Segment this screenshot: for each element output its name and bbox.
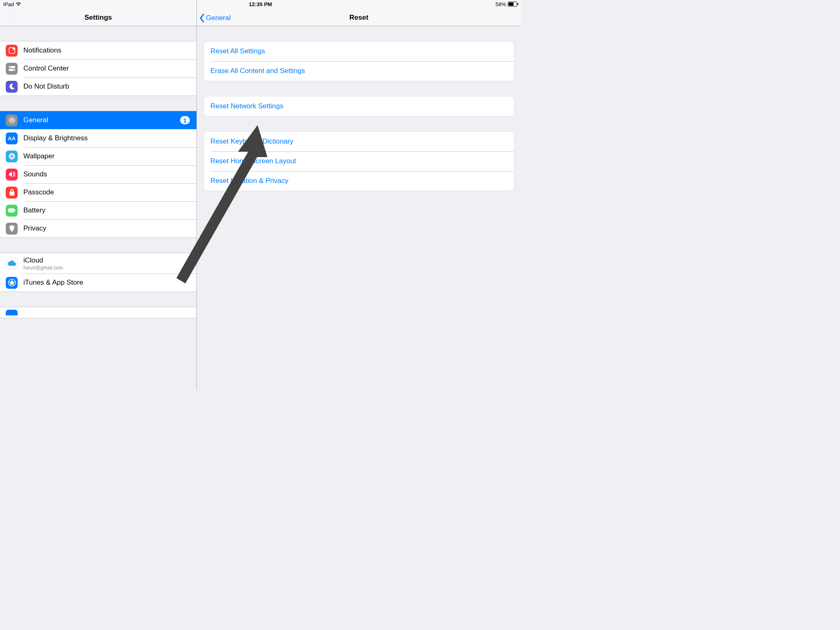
sidebar-item-label: Wallpaper: [23, 152, 55, 160]
sidebar-item-label: Sounds: [23, 170, 47, 178]
sidebar-scroll[interactable]: Notifications Control Center Do Not Dist…: [0, 26, 196, 390]
general-badge: 1: [180, 116, 190, 124]
sidebar-title: Settings: [84, 14, 112, 22]
svg-point-11: [9, 153, 15, 159]
svg-point-12: [11, 154, 12, 155]
icloud-icon: [6, 258, 18, 269]
svg-point-17: [12, 157, 14, 158]
sidebar-group-alerts: Notifications Control Center Do Not Dist…: [0, 41, 196, 96]
sidebar-item-display[interactable]: AA Display & Brightness: [0, 129, 196, 147]
reset-group-1: Reset All Settings Erase All Content and…: [203, 41, 514, 81]
privacy-icon: [6, 223, 18, 235]
sidebar-item-label: Do Not Disturb: [23, 82, 69, 91]
sidebar-group-next: [0, 307, 196, 318]
sidebar-item-itunes[interactable]: iTunes & App Store: [0, 274, 196, 292]
sidebar-item-sounds[interactable]: Sounds: [0, 165, 196, 183]
erase-all-content[interactable]: Erase All Content and Settings: [204, 61, 514, 81]
sidebar-item-partial[interactable]: [0, 307, 196, 318]
svg-rect-21: [8, 208, 14, 212]
sidebar-item-wallpaper[interactable]: Wallpaper: [0, 147, 196, 165]
svg-rect-20: [9, 192, 14, 196]
appstore-icon: [6, 277, 18, 289]
chevron-left-icon: [199, 14, 205, 23]
svg-point-10: [11, 119, 13, 121]
battery-percentage: 58%: [495, 1, 506, 7]
icloud-account-email: fskurt@gmail.com: [23, 265, 63, 271]
sidebar-group-general: General 1 AA Display & Brightness Wallpa…: [0, 111, 196, 238]
partial-icon: [6, 310, 18, 315]
svg-point-18: [10, 157, 11, 158]
wifi-icon: [16, 2, 21, 6]
svg-point-19: [12, 155, 14, 156]
svg-point-16: [10, 155, 11, 156]
dnd-icon: [6, 81, 18, 93]
reset-network-settings[interactable]: Reset Network Settings: [204, 96, 514, 116]
display-icon: AA: [6, 132, 18, 144]
sidebar-item-privacy[interactable]: Privacy: [0, 219, 196, 237]
svg-point-8: [13, 69, 14, 71]
reset-keyboard-dictionary[interactable]: Reset Keyboard Dictionary: [204, 132, 514, 151]
sounds-icon: [6, 169, 18, 180]
detail-title: Reset: [349, 14, 368, 22]
sidebar-item-label: Control Center: [23, 64, 69, 73]
reset-location-privacy[interactable]: Reset Location & Privacy: [204, 171, 514, 191]
detail-pane: General Reset Reset All Settings Erase A…: [197, 0, 521, 390]
svg-point-15: [13, 156, 14, 157]
wallpaper-icon: [6, 151, 18, 162]
back-label: General: [206, 14, 231, 22]
sidebar-item-notifications[interactable]: Notifications: [0, 41, 196, 59]
svg-point-13: [11, 158, 12, 159]
sidebar-item-general[interactable]: General 1: [0, 111, 196, 129]
back-button[interactable]: General: [199, 14, 231, 23]
control-center-icon: [6, 63, 18, 75]
sidebar-item-label: iCloud: [23, 256, 63, 265]
battery-icon: [508, 2, 518, 7]
sidebar-item-label: General: [23, 116, 48, 124]
sidebar-item-label: iTunes & App Store: [23, 278, 83, 287]
sidebar-item-icloud[interactable]: iCloud fskurt@gmail.com: [0, 253, 196, 274]
sidebar-item-passcode[interactable]: Passcode: [0, 183, 196, 201]
svg-point-6: [9, 66, 10, 68]
sidebar-item-label: Notifications: [23, 46, 62, 55]
sidebar-item-label: Passcode: [23, 188, 54, 196]
svg-point-14: [9, 156, 11, 157]
passcode-icon: [6, 187, 18, 199]
reset-group-3: Reset Keyboard Dictionary Reset Home Scr…: [203, 131, 514, 191]
svg-point-9: [9, 117, 15, 123]
gear-icon: [6, 114, 18, 126]
sidebar-item-label: Display & Brightness: [23, 134, 88, 142]
sidebar-group-accounts: iCloud fskurt@gmail.com iTunes & App Sto…: [0, 253, 196, 292]
sidebar-item-control-center[interactable]: Control Center: [0, 59, 196, 78]
battery-settings-icon: [6, 205, 18, 217]
svg-rect-1: [509, 2, 514, 6]
svg-rect-2: [518, 3, 518, 5]
status-bar: iPad 12:35 PM 58%: [0, 0, 521, 8]
sidebar-item-label: Battery: [23, 206, 46, 215]
svg-rect-22: [15, 210, 16, 211]
reset-group-2: Reset Network Settings: [203, 96, 514, 116]
reset-all-settings[interactable]: Reset All Settings: [204, 41, 514, 61]
reset-home-screen-layout[interactable]: Reset Home Screen Layout: [204, 151, 514, 171]
notifications-icon: [6, 45, 18, 57]
clock: 12:35 PM: [249, 1, 272, 7]
sidebar-item-battery[interactable]: Battery: [0, 201, 196, 219]
svg-point-4: [12, 48, 15, 50]
settings-sidebar: Wi-Fi superhero Bluetooth Off Settings: [0, 0, 197, 390]
sidebar-item-dnd[interactable]: Do Not Disturb: [0, 78, 196, 96]
device-label: iPad: [3, 1, 14, 7]
sidebar-item-label: Privacy: [23, 224, 46, 233]
